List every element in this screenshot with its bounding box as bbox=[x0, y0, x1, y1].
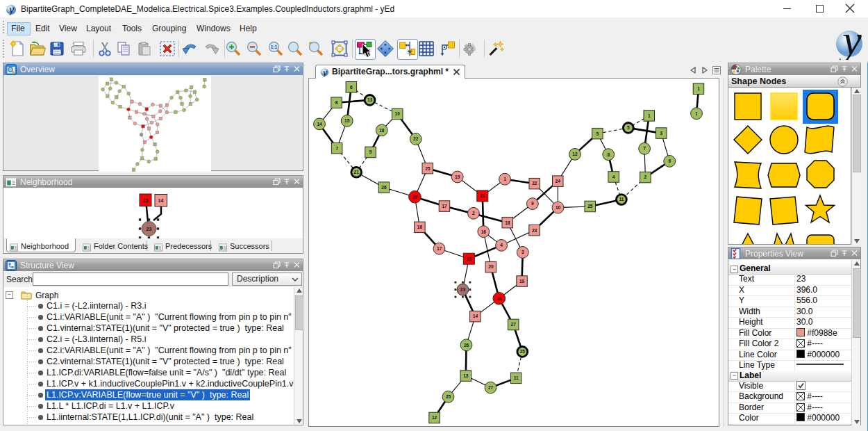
svg-text:16: 16 bbox=[417, 225, 423, 229]
svg-text:4: 4 bbox=[612, 174, 615, 179]
svg-text:25: 25 bbox=[425, 166, 431, 171]
svg-text:1: 1 bbox=[697, 86, 700, 91]
svg-text:y: y bbox=[322, 67, 328, 78]
svg-text:1:1: 1:1 bbox=[271, 44, 278, 49]
svg-text:27: 27 bbox=[488, 385, 494, 390]
svg-text:8: 8 bbox=[335, 100, 338, 105]
svg-text:20: 20 bbox=[488, 264, 494, 269]
svg-text:13: 13 bbox=[463, 373, 469, 378]
svg-text:22: 22 bbox=[413, 136, 419, 141]
svg-text:17: 17 bbox=[442, 204, 447, 209]
svg-text:2: 2 bbox=[472, 211, 475, 216]
svg-text:8: 8 bbox=[607, 152, 610, 157]
svg-text:10: 10 bbox=[395, 111, 401, 116]
svg-text:24: 24 bbox=[496, 296, 502, 301]
svg-text:19: 19 bbox=[519, 279, 525, 284]
svg-text:9: 9 bbox=[531, 201, 534, 206]
svg-text:23: 23 bbox=[532, 228, 537, 233]
svg-text:20: 20 bbox=[412, 195, 418, 200]
svg-text:19: 19 bbox=[455, 174, 460, 179]
svg-text:18: 18 bbox=[505, 220, 510, 225]
svg-text:14: 14 bbox=[473, 314, 478, 318]
svg-text:7: 7 bbox=[335, 146, 338, 151]
svg-text:26: 26 bbox=[464, 343, 469, 348]
svg-text:18: 18 bbox=[379, 128, 385, 133]
svg-text:13: 13 bbox=[367, 97, 373, 102]
svg-text:27: 27 bbox=[511, 322, 517, 327]
svg-text:9: 9 bbox=[369, 149, 372, 154]
svg-text:15: 15 bbox=[344, 118, 350, 123]
svg-text:10: 10 bbox=[556, 205, 561, 210]
svg-text:1: 1 bbox=[695, 111, 698, 116]
svg-text:16: 16 bbox=[481, 229, 487, 234]
svg-text:11: 11 bbox=[514, 375, 519, 380]
svg-text:11: 11 bbox=[619, 197, 624, 202]
svg-text:4: 4 bbox=[500, 243, 503, 247]
svg-text:14: 14 bbox=[158, 198, 164, 203]
svg-text:12: 12 bbox=[432, 415, 437, 420]
svg-text:15: 15 bbox=[467, 257, 472, 261]
svg-text:2: 2 bbox=[644, 174, 647, 179]
svg-text:5: 5 bbox=[627, 125, 630, 130]
svg-text:17: 17 bbox=[437, 246, 442, 251]
svg-text:25: 25 bbox=[587, 204, 593, 209]
svg-text:15: 15 bbox=[143, 198, 149, 203]
svg-text:6: 6 bbox=[668, 158, 671, 163]
svg-text:1: 1 bbox=[648, 113, 651, 118]
svg-text:21: 21 bbox=[480, 193, 485, 198]
svg-text:26: 26 bbox=[381, 185, 387, 190]
svg-text:22: 22 bbox=[532, 181, 537, 186]
svg-text:1: 1 bbox=[503, 177, 506, 181]
svg-text:12: 12 bbox=[572, 152, 578, 156]
svg-text:24: 24 bbox=[556, 179, 561, 184]
svg-text:23: 23 bbox=[147, 227, 152, 231]
svg-text:6: 6 bbox=[350, 85, 353, 90]
svg-text:23: 23 bbox=[460, 287, 466, 292]
svg-text:y: y bbox=[8, 3, 15, 16]
svg-text:21: 21 bbox=[354, 170, 360, 174]
svg-text:3: 3 bbox=[521, 250, 524, 254]
svg-text:y: y bbox=[838, 19, 862, 60]
svg-text:25: 25 bbox=[446, 394, 451, 399]
svg-text:5: 5 bbox=[596, 131, 599, 136]
svg-text:7: 7 bbox=[643, 146, 646, 151]
svg-text:25: 25 bbox=[520, 349, 526, 354]
svg-text:3: 3 bbox=[660, 131, 662, 136]
svg-text:14: 14 bbox=[317, 122, 322, 127]
